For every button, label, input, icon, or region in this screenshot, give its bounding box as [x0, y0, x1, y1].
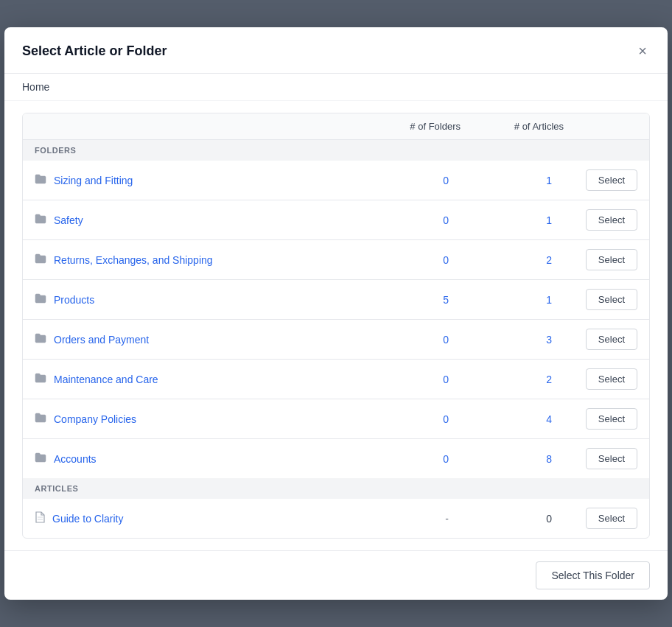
table-row: Orders and Payment 0 3 Select — [23, 320, 649, 360]
row-action: Select — [564, 448, 637, 469]
row-folder-count: 0 — [372, 413, 461, 425]
row-name: Orders and Payment — [35, 332, 372, 347]
col-header-action — [564, 121, 637, 132]
row-name: Sizing and Fitting — [35, 173, 372, 188]
row-name: Maintenance and Care — [35, 372, 372, 387]
modal-footer: Select This Folder — [4, 550, 668, 600]
table-row: Sizing and Fitting 0 1 Select — [23, 161, 649, 200]
table-row: Safety 0 1 Select — [23, 200, 649, 240]
modal-header: Select Article or Folder × — [4, 27, 668, 74]
select-row-button[interactable]: Select — [586, 169, 637, 191]
select-this-folder-button[interactable]: Select This Folder — [536, 561, 650, 589]
folder-icon — [35, 213, 46, 228]
folder-icon — [35, 412, 46, 427]
row-article-count: 2 — [461, 254, 564, 266]
row-name: Company Policies — [35, 412, 372, 427]
row-folder-count: 5 — [372, 294, 461, 306]
table-row: Company Policies 0 4 Select — [23, 399, 649, 439]
articles-section: Guide to Clarity - 0 Select — [23, 499, 649, 538]
row-folder-name[interactable]: Maintenance and Care — [54, 374, 158, 385]
row-folder-count: 0 — [372, 453, 461, 465]
row-folder-count: 0 — [372, 175, 461, 186]
row-folder-name[interactable]: Products — [54, 294, 94, 306]
row-action: Select — [564, 169, 637, 191]
table-row: Returns, Exchanges, and Shipping 0 2 Sel… — [23, 240, 649, 280]
row-name: Guide to Clarity — [35, 511, 372, 526]
row-action: Select — [564, 508, 637, 529]
row-folder-name[interactable]: Returns, Exchanges, and Shipping — [54, 254, 213, 266]
col-header-articles: # of Articles — [461, 121, 564, 132]
select-row-button[interactable]: Select — [586, 408, 637, 430]
col-header-folders: # of Folders — [372, 121, 461, 132]
folder-icon — [35, 332, 46, 347]
row-article-name[interactable]: Guide to Clarity — [52, 513, 123, 525]
folders-section: Sizing and Fitting 0 1 Select Safety 0 1… — [23, 161, 649, 478]
table-row: Maintenance and Care 0 2 Select — [23, 360, 649, 399]
row-folder-name[interactable]: Orders and Payment — [54, 334, 149, 346]
row-article-count: 2 — [461, 374, 564, 385]
row-folder-name[interactable]: Sizing and Fitting — [54, 175, 133, 186]
row-article-count: 4 — [461, 413, 564, 425]
row-article-count: 0 — [461, 513, 564, 525]
table-row: Products 5 1 Select — [23, 280, 649, 320]
modal-title: Select Article or Folder — [22, 43, 167, 59]
row-article-count: 1 — [461, 214, 564, 226]
select-row-button[interactable]: Select — [586, 508, 637, 529]
table-row: Guide to Clarity - 0 Select — [23, 499, 649, 538]
table-container: # of Folders # of Articles FOLDERS Sizin… — [22, 113, 650, 539]
row-folder-count: 0 — [372, 254, 461, 266]
section-folders-header: FOLDERS — [23, 140, 649, 161]
select-row-button[interactable]: Select — [586, 209, 637, 231]
row-folder-count: - — [372, 513, 461, 525]
row-article-count: 3 — [461, 334, 564, 346]
section-articles-header: ARTICLES — [23, 478, 649, 499]
row-article-count: 1 — [461, 175, 564, 186]
row-action: Select — [564, 249, 637, 270]
col-header-name — [35, 121, 372, 132]
breadcrumb: Home — [4, 74, 668, 101]
row-folder-count: 0 — [372, 214, 461, 226]
row-name: Returns, Exchanges, and Shipping — [35, 253, 372, 267]
folder-icon — [35, 452, 46, 466]
folder-icon — [35, 293, 46, 307]
select-row-button[interactable]: Select — [586, 448, 637, 469]
close-button[interactable]: × — [635, 41, 650, 61]
row-article-count: 1 — [461, 294, 564, 306]
row-action: Select — [564, 408, 637, 430]
row-action: Select — [564, 368, 637, 390]
article-icon — [35, 511, 45, 526]
row-name: Accounts — [35, 452, 372, 466]
table-header: # of Folders # of Articles — [23, 113, 649, 140]
row-name: Products — [35, 293, 372, 307]
select-row-button[interactable]: Select — [586, 368, 637, 390]
row-article-count: 8 — [461, 453, 564, 465]
row-folder-name[interactable]: Safety — [54, 214, 83, 226]
select-row-button[interactable]: Select — [586, 329, 637, 350]
folder-icon — [35, 372, 46, 387]
row-folder-name[interactable]: Accounts — [54, 453, 97, 465]
folder-icon — [35, 253, 46, 267]
table-row: Accounts 0 8 Select — [23, 439, 649, 478]
row-folder-name[interactable]: Company Policies — [54, 413, 136, 425]
folder-icon — [35, 173, 46, 188]
row-action: Select — [564, 209, 637, 231]
row-folder-count: 0 — [372, 334, 461, 346]
modal-dialog: Select Article or Folder × Home # of Fol… — [4, 27, 668, 600]
select-row-button[interactable]: Select — [586, 289, 637, 310]
row-name: Safety — [35, 213, 372, 228]
select-row-button[interactable]: Select — [586, 249, 637, 270]
modal-body: # of Folders # of Articles FOLDERS Sizin… — [4, 101, 668, 550]
row-action: Select — [564, 329, 637, 350]
row-action: Select — [564, 289, 637, 310]
row-folder-count: 0 — [372, 374, 461, 385]
